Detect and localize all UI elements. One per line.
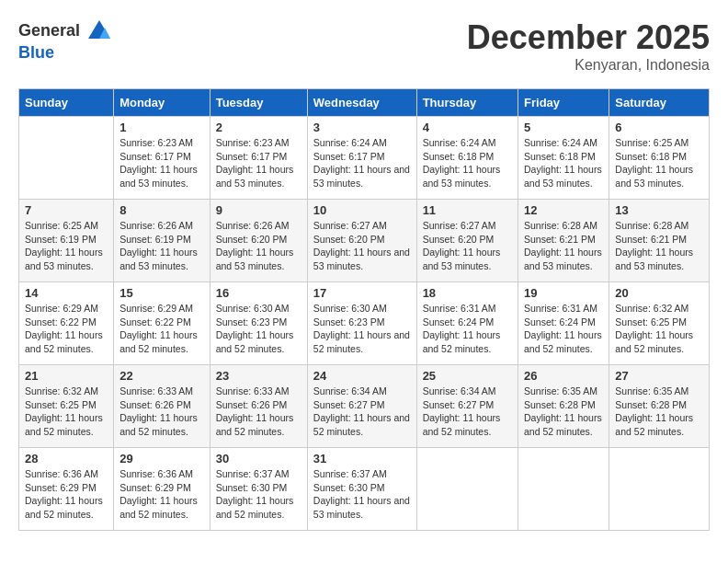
day-info: Sunrise: 6:29 AMSunset: 6:22 PMDaylight:…: [25, 302, 108, 356]
day-number: 5: [524, 121, 603, 134]
logo: General Blue: [18, 18, 112, 63]
day-info: Sunrise: 6:28 AMSunset: 6:21 PMDaylight:…: [615, 219, 703, 273]
week-row-5: 28Sunrise: 6:36 AMSunset: 6:29 PMDayligh…: [19, 448, 710, 531]
day-info: Sunrise: 6:30 AMSunset: 6:23 PMDaylight:…: [313, 302, 411, 356]
week-row-3: 14Sunrise: 6:29 AMSunset: 6:22 PMDayligh…: [19, 282, 710, 365]
day-info: Sunrise: 6:23 AMSunset: 6:17 PMDaylight:…: [216, 136, 301, 190]
day-number: 15: [119, 286, 204, 300]
page-header: General Blue December 2025 Kenyaran, Ind…: [18, 18, 710, 74]
calendar-cell: 5Sunrise: 6:24 AMSunset: 6:18 PMDaylight…: [518, 117, 609, 200]
day-info: Sunrise: 6:28 AMSunset: 6:21 PMDaylight:…: [524, 219, 603, 273]
calendar-cell: 8Sunrise: 6:26 AMSunset: 6:19 PMDaylight…: [114, 200, 210, 282]
calendar-cell: 26Sunrise: 6:35 AMSunset: 6:28 PMDayligh…: [518, 365, 609, 448]
day-info: Sunrise: 6:27 AMSunset: 6:20 PMDaylight:…: [423, 219, 512, 273]
calendar-cell: 3Sunrise: 6:24 AMSunset: 6:17 PMDaylight…: [307, 117, 416, 200]
calendar-cell: 4Sunrise: 6:24 AMSunset: 6:18 PMDaylight…: [416, 117, 518, 200]
calendar-cell: 24Sunrise: 6:34 AMSunset: 6:27 PMDayligh…: [307, 365, 416, 448]
day-info: Sunrise: 6:36 AMSunset: 6:29 PMDaylight:…: [25, 467, 108, 522]
day-info: Sunrise: 6:27 AMSunset: 6:20 PMDaylight:…: [313, 219, 411, 273]
week-row-2: 7Sunrise: 6:25 AMSunset: 6:19 PMDaylight…: [19, 200, 710, 282]
day-number: 20: [615, 286, 703, 300]
calendar-cell: 31Sunrise: 6:37 AMSunset: 6:30 PMDayligh…: [307, 448, 416, 531]
day-number: 4: [423, 121, 512, 134]
calendar-cell: 29Sunrise: 6:36 AMSunset: 6:29 PMDayligh…: [114, 448, 210, 531]
calendar-cell: 27Sunrise: 6:35 AMSunset: 6:28 PMDayligh…: [609, 365, 710, 448]
day-number: 9: [216, 203, 301, 217]
day-info: Sunrise: 6:25 AMSunset: 6:18 PMDaylight:…: [615, 136, 703, 190]
calendar-cell: 7Sunrise: 6:25 AMSunset: 6:19 PMDaylight…: [19, 200, 114, 282]
day-number: 7: [25, 203, 108, 217]
day-info: Sunrise: 6:26 AMSunset: 6:20 PMDaylight:…: [216, 219, 301, 273]
day-info: Sunrise: 6:37 AMSunset: 6:30 PMDaylight:…: [216, 467, 301, 522]
header-cell-tuesday: Tuesday: [210, 89, 307, 117]
day-number: 10: [313, 203, 411, 217]
day-info: Sunrise: 6:31 AMSunset: 6:24 PMDaylight:…: [524, 302, 603, 356]
day-info: Sunrise: 6:29 AMSunset: 6:22 PMDaylight:…: [119, 302, 204, 356]
calendar-cell: 18Sunrise: 6:31 AMSunset: 6:24 PMDayligh…: [416, 282, 518, 365]
day-info: Sunrise: 6:35 AMSunset: 6:28 PMDaylight:…: [615, 385, 703, 439]
header-cell-thursday: Thursday: [416, 89, 518, 117]
day-number: 29: [119, 452, 204, 465]
calendar-cell: 30Sunrise: 6:37 AMSunset: 6:30 PMDayligh…: [210, 448, 307, 531]
day-info: Sunrise: 6:35 AMSunset: 6:28 PMDaylight:…: [524, 385, 603, 439]
day-number: 2: [216, 121, 301, 134]
header-cell-wednesday: Wednesday: [307, 89, 416, 117]
calendar-cell: 28Sunrise: 6:36 AMSunset: 6:29 PMDayligh…: [19, 448, 114, 531]
day-number: 12: [524, 203, 603, 217]
calendar-header: SundayMondayTuesdayWednesdayThursdayFrid…: [19, 89, 710, 117]
day-number: 26: [524, 369, 603, 383]
day-number: 28: [25, 452, 108, 465]
calendar-cell: 14Sunrise: 6:29 AMSunset: 6:22 PMDayligh…: [19, 282, 114, 365]
calendar-cell: 2Sunrise: 6:23 AMSunset: 6:17 PMDaylight…: [210, 117, 307, 200]
title-block: December 2025 Kenyaran, Indonesia: [467, 18, 710, 74]
day-number: 16: [216, 286, 301, 300]
day-info: Sunrise: 6:24 AMSunset: 6:18 PMDaylight:…: [423, 136, 512, 190]
day-info: Sunrise: 6:23 AMSunset: 6:17 PMDaylight:…: [119, 136, 204, 190]
calendar-cell: 9Sunrise: 6:26 AMSunset: 6:20 PMDaylight…: [210, 200, 307, 282]
calendar-cell: [416, 448, 518, 531]
subtitle: Kenyaran, Indonesia: [467, 57, 710, 74]
calendar-cell: 16Sunrise: 6:30 AMSunset: 6:23 PMDayligh…: [210, 282, 307, 365]
day-info: Sunrise: 6:34 AMSunset: 6:27 PMDaylight:…: [423, 385, 512, 439]
day-info: Sunrise: 6:26 AMSunset: 6:19 PMDaylight:…: [119, 219, 204, 273]
calendar-cell: 20Sunrise: 6:32 AMSunset: 6:25 PMDayligh…: [609, 282, 710, 365]
calendar-body: 1Sunrise: 6:23 AMSunset: 6:17 PMDaylight…: [19, 117, 710, 531]
header-cell-saturday: Saturday: [609, 89, 710, 117]
day-number: 6: [615, 121, 703, 134]
day-number: 23: [216, 369, 301, 383]
day-info: Sunrise: 6:24 AMSunset: 6:17 PMDaylight:…: [313, 136, 411, 190]
calendar-cell: 17Sunrise: 6:30 AMSunset: 6:23 PMDayligh…: [307, 282, 416, 365]
calendar-cell: [19, 117, 114, 200]
calendar-cell: 21Sunrise: 6:32 AMSunset: 6:25 PMDayligh…: [19, 365, 114, 448]
calendar-table: SundayMondayTuesdayWednesdayThursdayFrid…: [18, 88, 710, 531]
day-number: 11: [423, 203, 512, 217]
day-number: 1: [119, 121, 204, 134]
day-number: 27: [615, 369, 703, 383]
calendar-cell: [609, 448, 710, 531]
day-number: 25: [423, 369, 512, 383]
day-number: 31: [313, 452, 411, 465]
week-row-4: 21Sunrise: 6:32 AMSunset: 6:25 PMDayligh…: [19, 365, 710, 448]
day-info: Sunrise: 6:32 AMSunset: 6:25 PMDaylight:…: [615, 302, 703, 356]
day-number: 21: [25, 369, 108, 383]
calendar-cell: [518, 448, 609, 531]
day-info: Sunrise: 6:33 AMSunset: 6:26 PMDaylight:…: [119, 385, 204, 439]
week-row-1: 1Sunrise: 6:23 AMSunset: 6:17 PMDaylight…: [19, 117, 710, 200]
calendar-cell: 12Sunrise: 6:28 AMSunset: 6:21 PMDayligh…: [518, 200, 609, 282]
day-number: 17: [313, 286, 411, 300]
day-info: Sunrise: 6:34 AMSunset: 6:27 PMDaylight:…: [313, 385, 411, 439]
calendar-cell: 13Sunrise: 6:28 AMSunset: 6:21 PMDayligh…: [609, 200, 710, 282]
calendar-cell: 6Sunrise: 6:25 AMSunset: 6:18 PMDaylight…: [609, 117, 710, 200]
calendar-cell: 1Sunrise: 6:23 AMSunset: 6:17 PMDaylight…: [114, 117, 210, 200]
day-info: Sunrise: 6:30 AMSunset: 6:23 PMDaylight:…: [216, 302, 301, 356]
day-number: 18: [423, 286, 512, 300]
calendar-cell: 19Sunrise: 6:31 AMSunset: 6:24 PMDayligh…: [518, 282, 609, 365]
day-info: Sunrise: 6:33 AMSunset: 6:26 PMDaylight:…: [216, 385, 301, 439]
day-info: Sunrise: 6:36 AMSunset: 6:29 PMDaylight:…: [119, 467, 204, 522]
day-number: 14: [25, 286, 108, 300]
day-number: 22: [119, 369, 204, 383]
logo-general: General: [18, 21, 80, 40]
header-cell-monday: Monday: [114, 89, 210, 117]
day-number: 19: [524, 286, 603, 300]
main-title: December 2025: [467, 18, 710, 57]
